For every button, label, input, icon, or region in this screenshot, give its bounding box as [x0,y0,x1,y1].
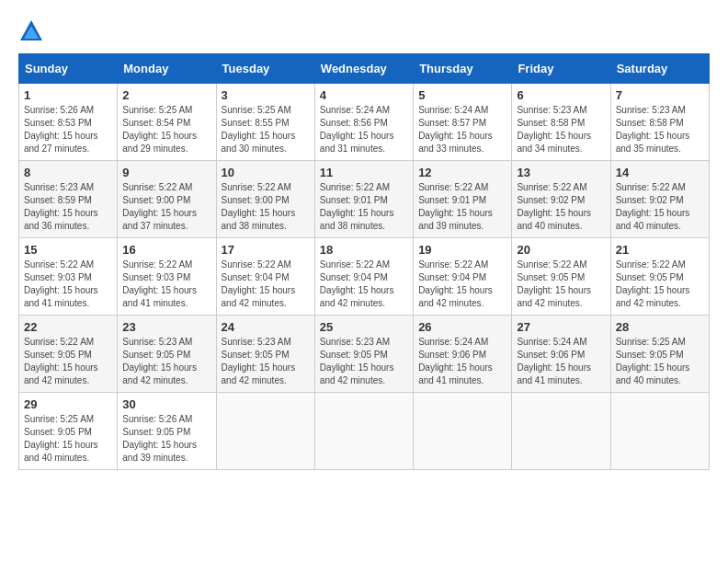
day-number: 15 [24,243,112,257]
calendar-cell: 29 Sunrise: 5:25 AMSunset: 9:05 PMDaylig… [19,393,118,470]
day-detail: Sunrise: 5:25 AMSunset: 8:54 PMDaylight:… [122,104,210,155]
calendar-cell: 16 Sunrise: 5:22 AMSunset: 9:03 PMDaylig… [118,238,216,316]
day-detail: Sunrise: 5:25 AMSunset: 9:05 PMDaylight:… [616,336,704,387]
calendar-cell: 15 Sunrise: 5:22 AMSunset: 9:03 PMDaylig… [19,238,118,316]
calendar-cell: 8 Sunrise: 5:23 AMSunset: 8:59 PMDayligh… [19,161,118,238]
day-number: 26 [418,320,506,334]
calendar-cell: 10 Sunrise: 5:22 AMSunset: 9:00 PMDaylig… [216,161,314,238]
day-number: 25 [320,320,408,334]
calendar-cell: 26 Sunrise: 5:24 AMSunset: 9:06 PMDaylig… [414,316,512,393]
day-number: 7 [616,88,704,102]
day-detail: Sunrise: 5:22 AMSunset: 9:05 PMDaylight:… [517,259,605,310]
day-detail: Sunrise: 5:26 AMSunset: 8:53 PMDaylight:… [24,104,112,155]
day-number: 14 [616,166,704,179]
day-number: 20 [517,243,605,257]
calendar-cell: 17 Sunrise: 5:22 AMSunset: 9:04 PMDaylig… [216,238,314,316]
day-detail: Sunrise: 5:22 AMSunset: 9:00 PMDaylight:… [122,181,210,233]
calendar-cell: 25 Sunrise: 5:23 AMSunset: 9:05 PMDaylig… [314,316,413,393]
calendar: SundayMondayTuesdayWednesdayThursdayFrid… [18,53,710,470]
calendar-cell: 28 Sunrise: 5:25 AMSunset: 9:05 PMDaylig… [610,316,709,393]
day-number: 6 [517,88,605,102]
calendar-cell: 23 Sunrise: 5:23 AMSunset: 9:05 PMDaylig… [118,316,216,393]
calendar-cell: 19 Sunrise: 5:22 AMSunset: 9:04 PMDaylig… [414,238,512,316]
calendar-cell [216,393,314,470]
day-number: 4 [320,88,408,102]
calendar-cell: 1 Sunrise: 5:26 AMSunset: 8:53 PMDayligh… [19,84,118,161]
day-detail: Sunrise: 5:22 AMSunset: 9:04 PMDaylight:… [222,259,310,310]
column-header-saturday: Saturday [610,54,709,84]
day-number: 8 [24,166,112,179]
calendar-cell: 14 Sunrise: 5:22 AMSunset: 9:02 PMDaylig… [610,161,709,238]
calendar-cell: 24 Sunrise: 5:23 AMSunset: 9:05 PMDaylig… [216,316,314,393]
day-number: 23 [122,320,210,334]
day-detail: Sunrise: 5:25 AMSunset: 8:55 PMDaylight:… [222,104,310,155]
day-number: 13 [517,166,605,179]
calendar-cell: 2 Sunrise: 5:25 AMSunset: 8:54 PMDayligh… [118,84,216,161]
column-header-friday: Friday [512,54,610,84]
calendar-cell: 7 Sunrise: 5:23 AMSunset: 8:58 PMDayligh… [610,84,709,161]
day-number: 27 [517,320,605,334]
calendar-cell: 20 Sunrise: 5:22 AMSunset: 9:05 PMDaylig… [512,238,610,316]
day-detail: Sunrise: 5:22 AMSunset: 9:03 PMDaylight:… [24,259,112,310]
calendar-cell: 3 Sunrise: 5:25 AMSunset: 8:55 PMDayligh… [216,84,314,161]
calendar-cell [414,393,512,470]
day-number: 16 [122,243,210,257]
day-detail: Sunrise: 5:22 AMSunset: 9:01 PMDaylight:… [320,181,408,233]
calendar-cell: 21 Sunrise: 5:22 AMSunset: 9:05 PMDaylig… [610,238,709,316]
column-header-monday: Monday [118,54,216,84]
calendar-cell: 12 Sunrise: 5:22 AMSunset: 9:01 PMDaylig… [414,161,512,238]
day-detail: Sunrise: 5:22 AMSunset: 9:01 PMDaylight:… [418,181,506,233]
day-detail: Sunrise: 5:22 AMSunset: 9:02 PMDaylight:… [517,181,605,233]
column-header-wednesday: Wednesday [314,54,413,84]
day-detail: Sunrise: 5:23 AMSunset: 9:05 PMDaylight:… [222,336,310,387]
calendar-cell: 27 Sunrise: 5:24 AMSunset: 9:06 PMDaylig… [512,316,610,393]
day-number: 17 [222,243,310,257]
day-detail: Sunrise: 5:23 AMSunset: 8:58 PMDaylight:… [517,104,605,155]
day-detail: Sunrise: 5:25 AMSunset: 9:05 PMDaylight:… [24,413,112,465]
column-header-thursday: Thursday [414,54,512,84]
day-number: 2 [122,88,210,102]
calendar-cell: 6 Sunrise: 5:23 AMSunset: 8:58 PMDayligh… [512,84,610,161]
day-number: 5 [418,88,506,102]
day-number: 29 [24,397,112,411]
day-number: 22 [24,320,112,334]
header [18,18,710,44]
day-number: 10 [222,166,310,179]
calendar-cell [512,393,610,470]
calendar-cell: 4 Sunrise: 5:24 AMSunset: 8:56 PMDayligh… [314,84,413,161]
day-number: 19 [418,243,506,257]
day-detail: Sunrise: 5:22 AMSunset: 9:02 PMDaylight:… [616,181,704,233]
day-detail: Sunrise: 5:22 AMSunset: 9:04 PMDaylight:… [320,259,408,310]
calendar-cell: 22 Sunrise: 5:22 AMSunset: 9:05 PMDaylig… [19,316,118,393]
day-detail: Sunrise: 5:22 AMSunset: 9:03 PMDaylight:… [122,259,210,310]
day-number: 30 [122,397,210,411]
calendar-cell: 18 Sunrise: 5:22 AMSunset: 9:04 PMDaylig… [314,238,413,316]
day-detail: Sunrise: 5:24 AMSunset: 8:56 PMDaylight:… [320,104,408,155]
day-detail: Sunrise: 5:23 AMSunset: 9:05 PMDaylight:… [122,336,210,387]
column-header-sunday: Sunday [19,54,118,84]
day-number: 1 [24,88,112,102]
day-number: 11 [320,166,408,179]
day-number: 9 [122,166,210,179]
calendar-cell: 13 Sunrise: 5:22 AMSunset: 9:02 PMDaylig… [512,161,610,238]
day-detail: Sunrise: 5:22 AMSunset: 9:04 PMDaylight:… [418,259,506,310]
day-detail: Sunrise: 5:23 AMSunset: 9:05 PMDaylight:… [320,336,408,387]
calendar-cell [314,393,413,470]
calendar-cell [610,393,709,470]
calendar-cell: 9 Sunrise: 5:22 AMSunset: 9:00 PMDayligh… [118,161,216,238]
day-detail: Sunrise: 5:24 AMSunset: 9:06 PMDaylight:… [418,336,506,387]
day-number: 24 [222,320,310,334]
day-detail: Sunrise: 5:26 AMSunset: 9:05 PMDaylight:… [122,413,210,465]
day-number: 21 [616,243,704,257]
day-detail: Sunrise: 5:23 AMSunset: 8:59 PMDaylight:… [24,181,112,233]
calendar-cell: 5 Sunrise: 5:24 AMSunset: 8:57 PMDayligh… [414,84,512,161]
calendar-cell: 30 Sunrise: 5:26 AMSunset: 9:05 PMDaylig… [118,393,216,470]
column-header-tuesday: Tuesday [216,54,314,84]
day-number: 12 [418,166,506,179]
day-detail: Sunrise: 5:22 AMSunset: 9:05 PMDaylight:… [24,336,112,387]
day-detail: Sunrise: 5:22 AMSunset: 9:00 PMDaylight:… [222,181,310,233]
day-detail: Sunrise: 5:24 AMSunset: 8:57 PMDaylight:… [418,104,506,155]
calendar-cell: 11 Sunrise: 5:22 AMSunset: 9:01 PMDaylig… [314,161,413,238]
day-detail: Sunrise: 5:23 AMSunset: 8:58 PMDaylight:… [616,104,704,155]
day-detail: Sunrise: 5:22 AMSunset: 9:05 PMDaylight:… [616,259,704,310]
